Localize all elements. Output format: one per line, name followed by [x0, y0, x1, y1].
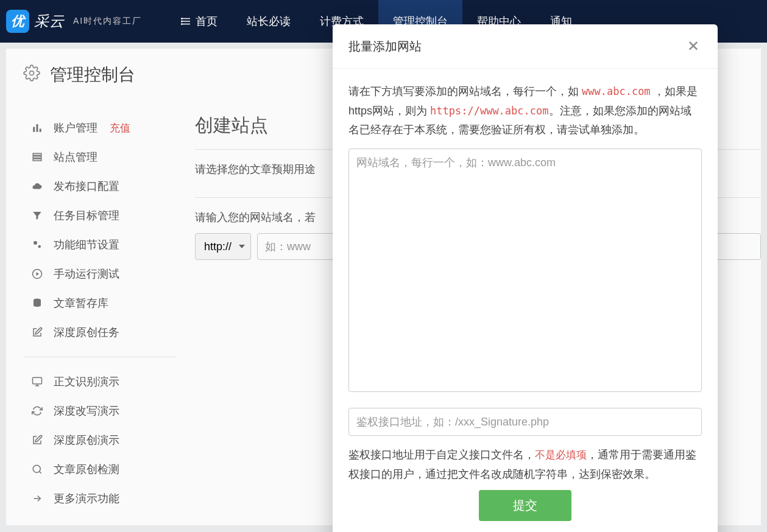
- submit-button[interactable]: 提交: [479, 490, 571, 521]
- modal-header: 批量添加网站 ✕: [333, 24, 718, 69]
- close-icon[interactable]: ✕: [685, 37, 702, 56]
- batch-add-modal: 批量添加网站 ✕ 请在下方填写要添加的网站域名，每行一个，如 www.abc.c…: [333, 24, 718, 532]
- domains-textarea[interactable]: [348, 149, 702, 392]
- example-code: https://www.abc.com: [430, 105, 548, 117]
- optional-note: 不是必填项: [535, 449, 587, 461]
- modal-description: 请在下方填写要添加的网站域名，每行一个，如 www.abc.com ，如果是ht…: [348, 82, 702, 140]
- modal-footer: 提交: [348, 484, 702, 532]
- auth-description: 鉴权接口地址用于自定义接口文件名，不是必填项，通常用于需要通用鉴权接口的用户，通…: [348, 446, 702, 484]
- modal-title: 批量添加网站: [348, 38, 422, 55]
- auth-input[interactable]: [348, 408, 702, 436]
- modal-body: 请在下方填写要添加的网站域名，每行一个，如 www.abc.com ，如果是ht…: [333, 69, 718, 532]
- example-code: www.abc.com: [582, 85, 651, 97]
